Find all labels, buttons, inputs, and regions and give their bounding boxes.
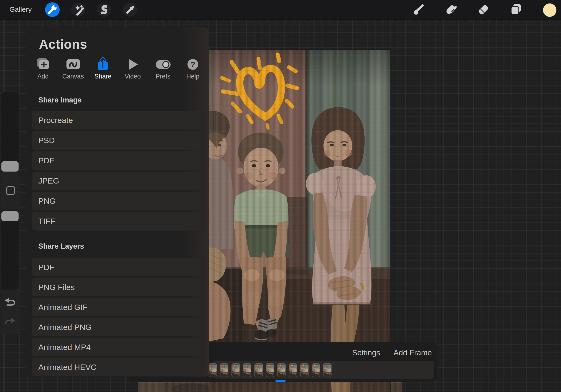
svg-text:?: ? xyxy=(191,60,195,69)
